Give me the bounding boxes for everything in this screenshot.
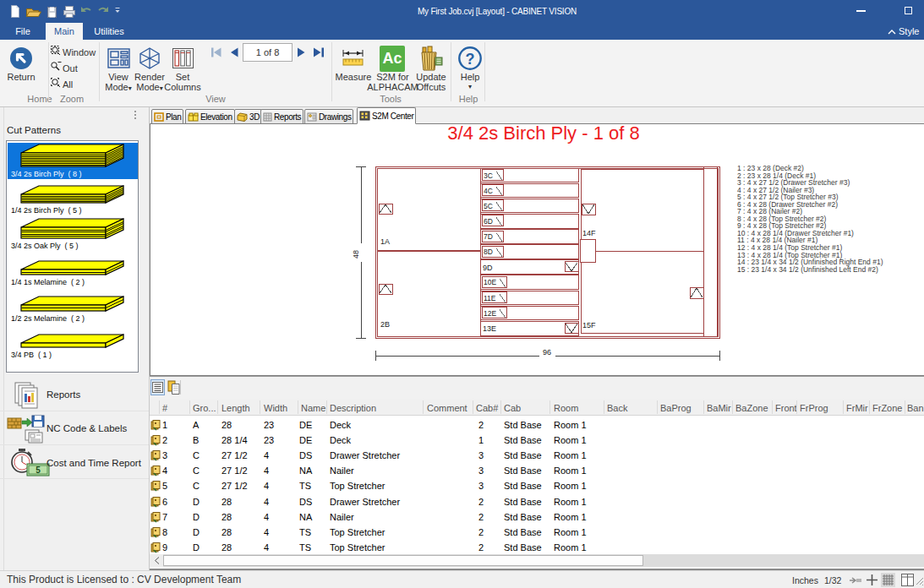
svg-text:3C: 3C — [484, 172, 493, 180]
svg-text:5C: 5C — [484, 202, 493, 210]
svg-text:12E: 12E — [484, 309, 496, 318]
svg-text:2B: 2B — [380, 320, 390, 329]
svg-text:6D: 6D — [484, 217, 493, 226]
svg-text:1A: 1A — [380, 237, 390, 246]
svg-text:11E: 11E — [484, 294, 496, 302]
svg-text:8D: 8D — [484, 248, 493, 256]
svg-text:14F: 14F — [582, 229, 596, 237]
svg-text:10E: 10E — [484, 278, 496, 286]
svg-text:15F: 15F — [582, 321, 596, 329]
svg-text:9D: 9D — [483, 264, 493, 272]
svg-text:7D: 7D — [484, 232, 493, 241]
svg-text:48: 48 — [352, 250, 360, 259]
svg-text:13E: 13E — [483, 324, 496, 333]
svg-text:96: 96 — [543, 348, 551, 357]
svg-text:5: 5 — [36, 466, 41, 475]
svg-text:4C: 4C — [484, 187, 493, 195]
svg-text:?: ? — [466, 51, 475, 68]
